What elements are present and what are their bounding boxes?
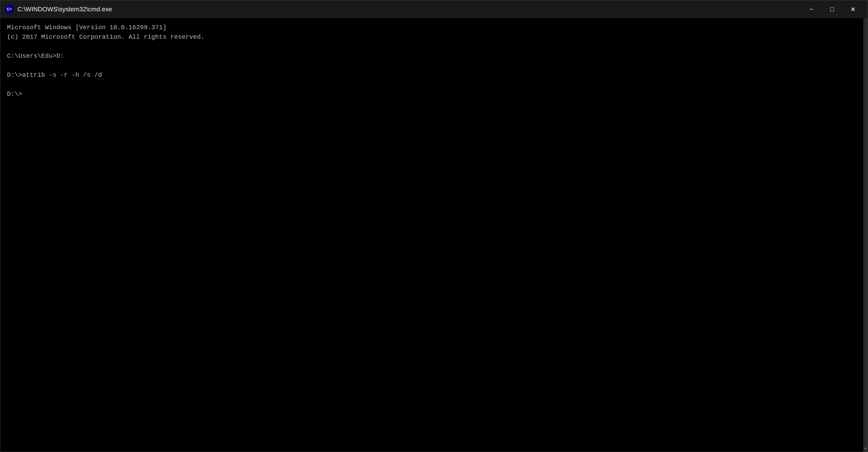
minimize-button[interactable]: −: [801, 0, 822, 18]
terminal-line-3: [7, 42, 861, 51]
terminal-body[interactable]: Microsoft Windows [Version 10.0.16299.37…: [0, 18, 868, 452]
terminal-line-4: C:\Users\Edu>D:: [7, 51, 861, 61]
cmd-window: C> C:\WINDOWS\system32\cmd.exe − □ ✕ Mic…: [0, 0, 868, 452]
title-bar: C> C:\WINDOWS\system32\cmd.exe − □ ✕: [0, 0, 868, 18]
title-bar-left: C> C:\WINDOWS\system32\cmd.exe: [5, 5, 112, 14]
window-title: C:\WINDOWS\system32\cmd.exe: [18, 6, 112, 13]
close-button[interactable]: ✕: [842, 0, 863, 18]
cmd-icon: C>: [5, 5, 13, 13]
terminal-line-7: [7, 80, 861, 89]
maximize-button[interactable]: □: [822, 0, 842, 18]
cmd-icon-container: C>: [5, 5, 14, 14]
terminal-line-1: Microsoft Windows [Version 10.0.16299.37…: [7, 23, 861, 32]
terminal-prompt: D:\>: [7, 89, 861, 99]
terminal-line-5: [7, 61, 861, 70]
terminal-line-2: (c) 2017 Microsoft Corporation. All righ…: [7, 32, 861, 42]
scrollbar[interactable]: ▼: [863, 18, 868, 452]
terminal-line-6: D:\>attrib -s -r -h /s /d: [7, 70, 861, 80]
scrollbar-down-arrow[interactable]: ▼: [863, 446, 868, 452]
title-bar-controls: − □ ✕: [801, 0, 863, 18]
